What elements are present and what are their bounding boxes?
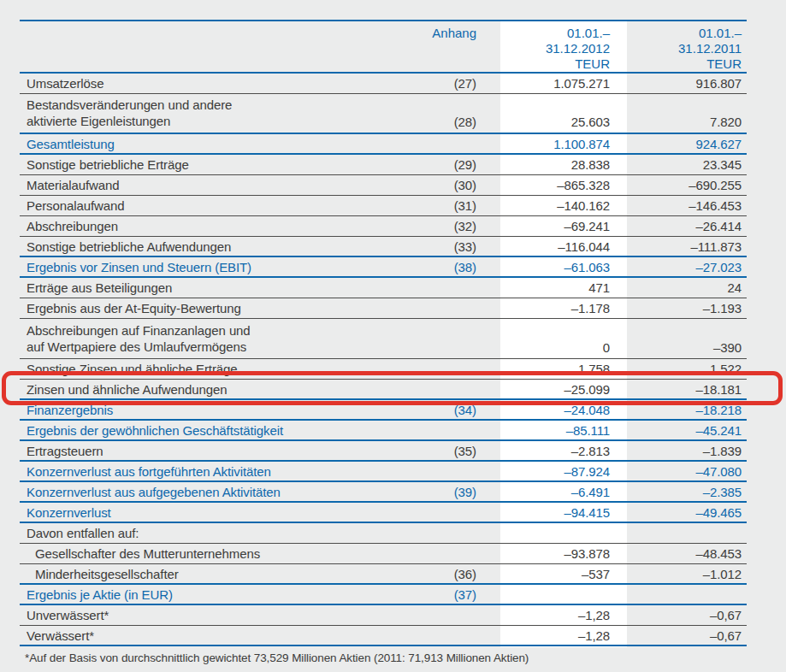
- row-anhang: (38): [408, 260, 476, 274]
- row-label-line: Abschreibungen auf Finanzanlagen und: [27, 322, 408, 339]
- row-label: Sonstige betriebliche Erträge: [20, 156, 408, 173]
- row-label: Ergebnis aus der At-Equity-Bewertung: [20, 300, 408, 316]
- row-value-2012: 28.838: [476, 157, 610, 172]
- row-value-2011: –690.255: [610, 178, 742, 192]
- row-value-2012: –2.813: [476, 444, 610, 458]
- row-value-2012: –69.241: [476, 219, 610, 233]
- table-row: Unverwässert*–1,28–0,67: [20, 605, 747, 626]
- row-anhang: (34): [408, 403, 476, 417]
- row-label: Ergebnis der gewöhnlichen Geschäftstätig…: [20, 422, 408, 439]
- row-label: Bestandsveränderungen und andereaktivier…: [20, 97, 408, 130]
- row-label: Konzernverlust aus aufgegebenen Aktivitä…: [20, 484, 408, 500]
- header-anhang-label: Anhang: [408, 26, 476, 41]
- table-row: Minderheitsgesellschafter(36)–537–1.012: [20, 564, 747, 585]
- row-value-2012: –94.415: [476, 505, 610, 520]
- table-row: Materialaufwand(30)–865.328–690.255: [20, 175, 747, 196]
- row-label: Ergebnis je Aktie (in EUR): [20, 587, 408, 603]
- row-value-2012: –1.178: [476, 301, 610, 315]
- header-anhang: Anhang: [408, 26, 476, 72]
- row-label-line: aktivierte Eigenleistungen: [27, 113, 408, 129]
- table-row: Abschreibungen auf Finanzanlagen undauf …: [20, 319, 747, 359]
- row-value-2011: –146.453: [610, 198, 742, 213]
- row-anhang: (31): [408, 198, 476, 213]
- table-row: Konzernverlust–94.415–49.465: [20, 503, 747, 523]
- row-value-2012: 471: [476, 280, 610, 295]
- row-value-2012: –140.162: [476, 198, 610, 213]
- row-value-2011: –0,67: [610, 608, 742, 622]
- row-value-2012: –93.878: [476, 546, 610, 561]
- row-value-2011: –45.241: [610, 423, 742, 438]
- row-value-2012: –1,28: [476, 628, 610, 643]
- row-anhang: (39): [408, 485, 476, 499]
- row-value-2012: –1,28: [476, 608, 610, 622]
- header-2012-line2: 31.12.2012: [476, 41, 610, 56]
- header-label-spacer: [20, 26, 408, 72]
- table-row: Sonstige Zinsen und ähnliche Erträge1.75…: [20, 359, 747, 380]
- row-value-2011: –27.023: [610, 260, 742, 274]
- row-value-2012: –116.044: [476, 239, 610, 254]
- table-row: Davon entfallen auf:: [20, 523, 747, 544]
- table-row: Zinsen und ähnliche Aufwendungen–25.099–…: [20, 380, 747, 400]
- row-label: Ertragsteuern: [20, 443, 408, 459]
- table-header-row: Anhang 01.01.– 31.12.2012 TEUR 01.01.– 3…: [20, 21, 747, 74]
- table-row: Personalaufwand(31)–140.162–146.453: [20, 196, 747, 216]
- row-anhang: (33): [408, 239, 476, 254]
- table-row: Ergebnis aus der At-Equity-Bewertung–1.1…: [20, 298, 747, 319]
- row-value-2011: 24: [610, 280, 742, 295]
- row-value-2012: –537: [476, 567, 610, 581]
- row-anhang: (28): [408, 115, 476, 130]
- row-value-2011: –1.839: [610, 444, 742, 458]
- row-label: Abschreibungen auf Finanzanlagen undauf …: [20, 322, 408, 356]
- row-anhang: (32): [408, 219, 476, 233]
- table-row: Gesellschafter des Mutterunternehmens–93…: [20, 544, 747, 564]
- row-label-line: Bestandsveränderungen und andere: [27, 97, 408, 113]
- income-statement-page: Anhang 01.01.– 31.12.2012 TEUR 01.01.– 3…: [0, 0, 786, 672]
- header-2011-unit: TEUR: [610, 56, 742, 72]
- row-value-2012: –865.328: [476, 178, 610, 192]
- header-2011-line1: 01.01.–: [610, 26, 742, 41]
- row-value-2011: –18.181: [610, 382, 742, 397]
- row-label: Davon entfallen auf:: [20, 525, 408, 541]
- table-row: Ergebnis der gewöhnlichen Geschäftstätig…: [20, 421, 747, 441]
- table-row: Erträge aus Beteiligungen47124: [20, 278, 747, 298]
- row-label: Sonstige Zinsen und ähnliche Erträge: [20, 361, 408, 377]
- row-value-2011: 916.807: [610, 76, 742, 91]
- row-anhang: [408, 355, 476, 356]
- row-value-2012: –61.063: [476, 260, 610, 274]
- row-value-2011: –47.080: [610, 464, 742, 479]
- header-period-2011: 01.01.– 31.12.2011 TEUR: [610, 26, 742, 72]
- header-period-2012: 01.01.– 31.12.2012 TEUR: [476, 26, 610, 72]
- row-label-line: auf Wertpapiere des Umlaufvermögens: [27, 339, 408, 355]
- row-value-2011: –18.218: [610, 403, 742, 417]
- row-label: Unverwässert*: [20, 607, 408, 623]
- row-value-2012: –25.099: [476, 382, 610, 397]
- row-anhang: (37): [408, 587, 476, 602]
- row-label: Verwässert*: [20, 628, 408, 644]
- header-2012-unit: TEUR: [476, 56, 610, 72]
- row-value-2011: –1.193: [610, 301, 742, 315]
- footnote: *Auf der Basis von durchschnittlich gewi…: [25, 651, 529, 664]
- row-value-2012: 25.603: [476, 115, 610, 130]
- row-anhang: (35): [408, 444, 476, 458]
- row-anhang: (30): [408, 178, 476, 192]
- row-label: Gesellschafter des Mutterunternehmens: [20, 545, 408, 562]
- row-label: Ergebnis vor Zinsen und Steuern (EBIT): [20, 259, 408, 275]
- row-value-2011: 924.627: [610, 137, 742, 151]
- row-anhang: (27): [408, 76, 476, 91]
- row-value-2011: –2.385: [610, 485, 742, 499]
- row-value-2012: –24.048: [476, 403, 610, 417]
- row-value-2011: –48.453: [610, 546, 742, 561]
- row-label: Konzernverlust: [20, 504, 408, 521]
- row-label: Konzernverlust aus fortgeführten Aktivit…: [20, 463, 408, 480]
- row-value-2012: 1.075.271: [476, 76, 610, 91]
- table-row: Konzernverlust aus aufgegebenen Aktivitä…: [20, 482, 747, 503]
- table-row: Ertragsteuern(35)–2.813–1.839: [20, 441, 747, 462]
- row-label: Abschreibungen: [20, 218, 408, 234]
- row-value-2011: –390: [610, 340, 742, 356]
- row-label: Zinsen und ähnliche Aufwendungen: [20, 381, 408, 398]
- row-anhang: (29): [408, 157, 476, 172]
- table-row: Sonstige betriebliche Aufwendungen(33)–1…: [20, 237, 747, 257]
- table-row: Ergebnis je Aktie (in EUR)(37): [20, 585, 747, 605]
- row-label: Erträge aus Beteiligungen: [20, 280, 408, 296]
- row-value-2011: 23.345: [610, 157, 742, 172]
